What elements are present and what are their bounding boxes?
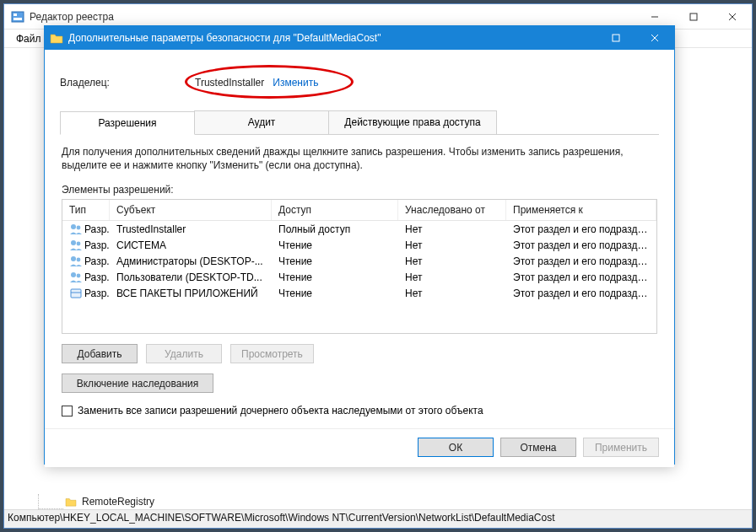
- maximize-button[interactable]: [597, 25, 635, 51]
- replace-checkbox[interactable]: [62, 406, 73, 416]
- tree-item-label: RemoteRegistry: [82, 496, 154, 508]
- table-row[interactable]: Разр...TrustedInstallerПолный доступНетЭ…: [62, 221, 656, 237]
- advanced-security-dialog: Дополнительные параметры безопасности дл…: [44, 25, 675, 465]
- instruction-text: Для получения дополнительных сведений дв…: [62, 145, 657, 172]
- svg-point-16: [71, 272, 76, 277]
- tab-audit[interactable]: Аудит: [194, 110, 329, 134]
- svg-rect-0: [12, 12, 24, 22]
- users-icon: [69, 223, 83, 235]
- svg-rect-4: [690, 13, 697, 20]
- table-row[interactable]: Разр...СИСТЕМАЧтениеНетЭтот раздел и его…: [62, 237, 656, 253]
- svg-point-13: [77, 241, 81, 245]
- svg-point-10: [71, 224, 76, 229]
- table-row[interactable]: Разр...Пользователи (DESKTOP-TD...Чтение…: [62, 269, 656, 285]
- ok-button[interactable]: ОК: [418, 438, 494, 457]
- dialog-titlebar[interactable]: Дополнительные параметры безопасности дл…: [45, 26, 674, 50]
- delete-button: Удалить: [146, 344, 222, 363]
- svg-point-12: [71, 240, 76, 245]
- tab-permissions[interactable]: Разрешения: [60, 111, 195, 135]
- table-row[interactable]: Разр...ВСЕ ПАКЕТЫ ПРИЛОЖЕНИЙЧтениеНетЭто…: [62, 285, 656, 301]
- menu-file[interactable]: Файл: [11, 31, 46, 46]
- col-type[interactable]: Тип: [62, 200, 110, 220]
- tree-remnant: RemoteRegistry: [38, 494, 291, 509]
- svg-rect-1: [14, 13, 17, 16]
- col-access[interactable]: Доступ: [272, 200, 398, 220]
- enable-inheritance-button[interactable]: Включение наследования: [62, 373, 213, 393]
- svg-point-11: [77, 225, 81, 229]
- add-button[interactable]: Добавить: [62, 344, 138, 363]
- regedit-title: Редактор реестра: [30, 11, 635, 23]
- col-applies[interactable]: Применяется к: [506, 200, 656, 220]
- svg-point-14: [71, 256, 76, 261]
- dialog-footer: ОК Отмена Применить: [45, 428, 674, 467]
- svg-point-17: [77, 273, 81, 277]
- folder-icon: [65, 497, 77, 507]
- svg-rect-18: [71, 289, 81, 298]
- permissions-listview[interactable]: Тип Субъект Доступ Унаследовано от Приме…: [62, 199, 657, 334]
- tree-item[interactable]: RemoteRegistry: [38, 494, 291, 509]
- replace-checkbox-row: Заменить все записи разрешений дочернего…: [62, 405, 657, 416]
- svg-point-15: [77, 257, 81, 261]
- package-icon: [69, 287, 83, 299]
- listview-header: Тип Субъект Доступ Унаследовано от Приме…: [62, 200, 656, 221]
- view-button: Просмотреть: [230, 344, 314, 363]
- svg-rect-7: [613, 35, 619, 41]
- replace-checkbox-label: Заменить все записи разрешений дочернего…: [78, 405, 483, 416]
- close-button[interactable]: [713, 4, 752, 30]
- users-icon: [69, 271, 83, 283]
- regedit-statusbar: Компьютер\HKEY_LOCAL_MACHINE\SOFTWARE\Mi…: [4, 509, 752, 528]
- dialog-window-buttons: [597, 25, 674, 51]
- svg-rect-2: [14, 18, 22, 20]
- owner-label: Владелец:: [60, 77, 195, 89]
- folder-icon: [50, 32, 63, 44]
- listview-rows: Разр...TrustedInstallerПолный доступНетЭ…: [62, 221, 656, 301]
- dialog-title: Дополнительные параметры безопасности дл…: [68, 32, 597, 44]
- permission-buttons: Добавить Удалить Просмотреть: [62, 344, 657, 363]
- owner-row: Владелец: TrustedInstaller Изменить: [60, 77, 659, 89]
- owner-value: TrustedInstaller: [195, 77, 264, 89]
- col-subject[interactable]: Субъект: [110, 200, 272, 220]
- tab-content: Для получения дополнительных сведений дв…: [60, 135, 659, 418]
- users-icon: [69, 239, 83, 251]
- maximize-button[interactable]: [674, 4, 713, 30]
- cancel-button[interactable]: Отмена: [500, 438, 576, 457]
- owner-change-link[interactable]: Изменить: [273, 77, 318, 89]
- inherit-row: Включение наследования: [62, 373, 657, 393]
- regedit-icon: [11, 10, 24, 24]
- tabs: Разрешения Аудит Действующие права досту…: [60, 110, 659, 135]
- permission-entries-label: Элементы разрешений:: [62, 184, 657, 196]
- dialog-body: Владелец: TrustedInstaller Изменить Разр…: [45, 50, 674, 428]
- close-button[interactable]: [635, 25, 674, 51]
- col-inherit[interactable]: Унаследовано от: [398, 200, 506, 220]
- table-row[interactable]: Разр...Администраторы (DESKTOP-...Чтение…: [62, 253, 656, 269]
- tab-effective-access[interactable]: Действующие права доступа: [328, 110, 497, 134]
- apply-button: Применить: [583, 438, 659, 457]
- users-icon: [69, 255, 83, 267]
